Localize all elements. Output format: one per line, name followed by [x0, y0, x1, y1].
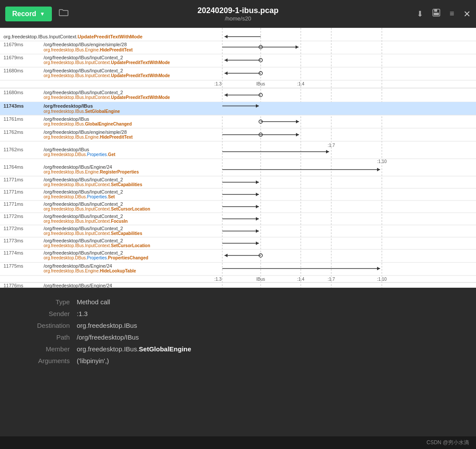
svg-text:11772ms: 11772ms — [3, 214, 24, 219]
svg-text::1.7: :1.7 — [328, 277, 335, 282]
detail-panel: Type Method call Sender :1.3 Destination… — [0, 288, 476, 436]
svg-marker-111 — [256, 229, 259, 233]
svg-marker-81 — [377, 168, 380, 171]
path-value: /org/freedesktop/IBus — [77, 333, 139, 341]
svg-marker-25 — [224, 58, 228, 62]
svg-text:org.freedesktop.IBus.Engine.Re: org.freedesktop.IBus.Engine.RegisterProp… — [44, 170, 139, 174]
menu-icon[interactable]: ≡ — [449, 9, 455, 18]
svg-text:/org/freedesktop/IBus: /org/freedesktop/IBus — [44, 116, 89, 122]
detail-row-type: Type Method call — [17, 298, 459, 306]
destination-label: Destination — [17, 322, 70, 329]
sender-label: Sender — [17, 310, 70, 317]
detail-row-sender: Sender :1.3 — [17, 310, 459, 317]
record-button[interactable]: Record ▼ — [5, 7, 52, 21]
svg-text:11679ms: 11679ms — [3, 42, 24, 47]
svg-text:org.freedesktop.IBus.InputCont: org.freedesktop.IBus.InputContext.SetCur… — [44, 207, 150, 211]
svg-marker-117 — [256, 242, 259, 245]
svg-text:11762ms: 11762ms — [3, 129, 24, 135]
filepath: /home/s20 — [197, 15, 279, 22]
svg-text:11771ms: 11771ms — [3, 177, 24, 182]
svg-text:org.freedesktop.IBus.Engine.Hi: org.freedesktop.IBus.Engine.HidePreeditT… — [44, 48, 133, 52]
svg-rect-1 — [434, 9, 437, 12]
svg-text:org.freedesktop.IBus.InputCont: org.freedesktop.IBus.InputContext.SetCap… — [44, 231, 143, 236]
type-label: Type — [17, 298, 70, 306]
svg-text:/org/freedesktop/IBus/InputCon: /org/freedesktop/IBus/InputContext_2 — [44, 250, 123, 255]
sequence-diagram: org.freedesktop.IBus.InputContext.Update… — [0, 28, 476, 288]
svg-text:org.freedesktop.DBus.Propertie: org.freedesktop.DBus.Properties.Set — [44, 194, 115, 199]
svg-text::1.3: :1.3 — [214, 277, 222, 282]
record-dropdown-icon: ▼ — [40, 11, 45, 17]
svg-text:11743ms: 11743ms — [3, 103, 24, 109]
svg-text:org.freedesktop.IBus.SetGlobal: org.freedesktop.IBus.SetGlobalEngine — [44, 109, 120, 114]
footer: CSDN @穷小水滴 — [0, 436, 476, 449]
svg-text:/org/freedesktop/IBus/InputCon: /org/freedesktop/IBus/InputContext_2 — [44, 226, 123, 231]
close-button[interactable]: ✕ — [463, 9, 471, 19]
destination-value: org.freedesktop.IBus — [77, 322, 137, 329]
svg-text:org.freedesktop.IBus.Engine.Hi: org.freedesktop.IBus.Engine.HidePreeditT… — [44, 135, 133, 139]
svg-text:org.freedesktop.DBus.Propertie: org.freedesktop.DBus.Properties.Get — [44, 152, 116, 157]
svg-text:/org/freedesktop/IBus/engine/s: /org/freedesktop/IBus/engine/simple/28 — [44, 42, 127, 47]
svg-marker-32 — [224, 71, 228, 75]
svg-marker-18 — [296, 45, 299, 49]
svg-text::1.10: :1.10 — [377, 277, 387, 282]
svg-text::1.7: :1.7 — [328, 143, 335, 148]
svg-rect-2 — [434, 13, 439, 15]
svg-marker-43 — [224, 93, 228, 97]
svg-text:org.freedesktop.DBus.Propertie: org.freedesktop.DBus.Properties.Properti… — [44, 255, 148, 260]
svg-text:/org/freedesktop/IBus/InputCon: /org/freedesktop/IBus/InputContext_2 — [44, 90, 123, 95]
svg-marker-105 — [256, 217, 259, 221]
svg-text:org.freedesktop.IBus.InputCont: org.freedesktop.IBus.InputContext.FocusI… — [44, 219, 128, 224]
title-bar: Record ▼ 20240209-1-ibus.pcap /home/s20 … — [0, 0, 476, 28]
main-content: org.freedesktop.IBus.InputContext.Update… — [0, 28, 476, 449]
svg-marker-99 — [256, 205, 259, 208]
svg-marker-73 — [326, 150, 329, 153]
svg-text:11762ms: 11762ms — [3, 147, 24, 152]
member-bold: SetGlobalEngine — [139, 345, 191, 353]
title-right: ⬇ ≡ ✕ — [417, 8, 471, 19]
filename: 20240209-1-ibus.pcap — [197, 6, 279, 15]
svg-text:/org/freedesktop/IBus: /org/freedesktop/IBus — [44, 147, 89, 152]
save-icon[interactable] — [432, 8, 441, 19]
svg-text:/org/freedesktop/IBus: /org/freedesktop/IBus — [44, 103, 93, 109]
svg-text:org.freedesktop.IBus.InputCont: org.freedesktop.IBus.InputContext.Update… — [44, 95, 170, 100]
diagram-area[interactable]: org.freedesktop.IBus.InputContext.Update… — [0, 28, 476, 288]
record-label: Record — [12, 10, 36, 18]
svg-text:11772ms: 11772ms — [3, 226, 24, 231]
member-prefix: org.freedesktop.IBus. — [77, 345, 139, 353]
svg-text::1.3: :1.3 — [214, 82, 222, 86]
svg-text:org.freedesktop.IBus.InputCont: org.freedesktop.IBus.InputContext.SetCap… — [44, 182, 143, 187]
svg-text:org.freedesktop.IBus.InputCont: org.freedesktop.IBus.InputContext.Update… — [44, 60, 170, 65]
svg-text:11680ms: 11680ms — [3, 68, 24, 73]
svg-text:/org/freedesktop/IBus/Engine/2: /org/freedesktop/IBus/Engine/24 — [44, 283, 112, 288]
svg-marker-93 — [256, 193, 259, 196]
svg-text:/org/freedesktop/IBus/InputCon: /org/freedesktop/IBus/InputContext_2 — [44, 201, 123, 207]
svg-text::1.4: :1.4 — [297, 277, 305, 282]
folder-icon[interactable] — [59, 9, 68, 19]
svg-text:/org/freedesktop/IBus/InputCon: /org/freedesktop/IBus/InputContext_2 — [44, 238, 123, 243]
download-icon[interactable]: ⬇ — [417, 9, 423, 19]
svg-text:/org/freedesktop/IBus/InputCon: /org/freedesktop/IBus/InputContext_2 — [44, 55, 123, 60]
sender-value: :1.3 — [77, 310, 88, 317]
detail-row-path: Path /org/freedesktop/IBus — [17, 333, 459, 341]
member-label: Member — [17, 345, 70, 353]
svg-text:/org/freedesktop/IBus/engine/s: /org/freedesktop/IBus/engine/simple/28 — [44, 129, 127, 135]
svg-marker-124 — [224, 254, 228, 257]
svg-text:/org/freedesktop/IBus/Engine/2: /org/freedesktop/IBus/Engine/24 — [44, 263, 112, 269]
svg-text:11776ms: 11776ms — [3, 283, 24, 288]
svg-text:IBus: IBus — [256, 82, 265, 86]
svg-text:11774ms: 11774ms — [3, 250, 24, 255]
footer-text: CSDN @穷小水滴 — [426, 439, 469, 446]
detail-row-destination: Destination org.freedesktop.IBus — [17, 322, 459, 329]
svg-marker-65 — [296, 133, 299, 136]
svg-text:/org/freedesktop/IBus/InputCon: /org/freedesktop/IBus/InputContext_2 — [44, 177, 123, 182]
svg-text:org.freedesktop.IBus.Engine.Hi: org.freedesktop.IBus.Engine.HideLookupTa… — [44, 269, 136, 273]
svg-marker-5 — [224, 35, 228, 38]
svg-text::1.4: :1.4 — [297, 82, 305, 86]
type-value: Method call — [77, 298, 110, 306]
svg-text:11761ms: 11761ms — [3, 116, 24, 122]
svg-text:org.freedesktop.IBus.InputCont: org.freedesktop.IBus.InputContext.SetCur… — [44, 243, 150, 248]
svg-text:11764ms: 11764ms — [3, 164, 24, 170]
svg-text:11775ms: 11775ms — [3, 263, 24, 269]
arguments-label: Arguments — [17, 357, 70, 364]
svg-text:org.freedesktop.IBus.GlobalEng: org.freedesktop.IBus.GlobalEngineChanged — [44, 122, 132, 126]
